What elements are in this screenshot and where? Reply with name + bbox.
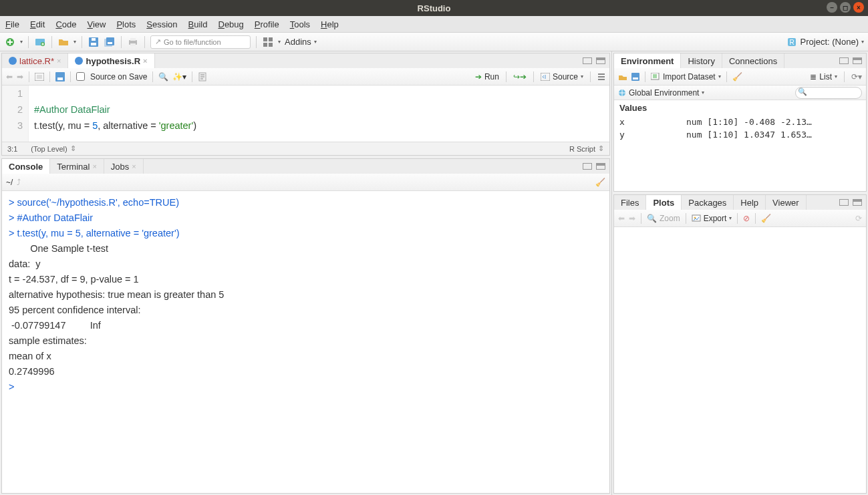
maximize-pane-icon[interactable] xyxy=(596,57,605,64)
import-dataset-dropdown[interactable]: Import Dataset ▾ xyxy=(651,72,721,81)
source-button[interactable]: Source ▾ xyxy=(541,72,583,81)
close-tab-icon[interactable]: × xyxy=(143,57,147,65)
close-tab-icon[interactable]: × xyxy=(92,162,96,170)
show-in-window-icon[interactable] xyxy=(35,73,44,81)
plot-prev-icon[interactable]: ⬅ xyxy=(618,214,625,223)
find-icon[interactable]: 🔍 xyxy=(158,72,168,81)
menu-tools[interactable]: Tools xyxy=(290,19,310,29)
working-dir[interactable]: ~/ xyxy=(6,178,13,187)
minimize-pane-icon[interactable] xyxy=(583,163,592,170)
run-button[interactable]: ➔ Run xyxy=(475,72,499,81)
wd-arrow-icon[interactable]: ⤴ xyxy=(17,178,21,187)
menu-file[interactable]: File xyxy=(5,19,19,29)
maximize-pane-icon[interactable] xyxy=(853,57,862,64)
env-search-input[interactable] xyxy=(795,87,862,99)
tab-jobs[interactable]: Jobs× xyxy=(104,159,144,174)
code-line-2: t.test(y, mu = 5, alternative = 'greater… xyxy=(34,120,196,131)
open-file-icon[interactable] xyxy=(57,36,69,48)
grid-icon[interactable] xyxy=(262,36,274,48)
svg-rect-7 xyxy=(106,37,114,45)
clear-workspace-icon[interactable]: 🧹 xyxy=(732,72,742,81)
svg-rect-5 xyxy=(92,38,96,41)
open-recent-dropdown[interactable]: ▾ xyxy=(74,39,76,45)
titlebar: RStudio – ◻ × xyxy=(0,0,868,16)
maximize-pane-icon[interactable] xyxy=(596,163,605,170)
go-to-file-input[interactable]: ↗ Go to file/function xyxy=(150,35,251,49)
go-to-file-placeholder: Go to file/function xyxy=(164,38,221,46)
code-scope[interactable]: (Top Level) xyxy=(31,145,67,153)
save-icon[interactable] xyxy=(88,36,100,48)
zoom-button[interactable]: 🔍 Zoom xyxy=(647,214,680,223)
env-scope-dropdown[interactable]: Global Environment ▾ xyxy=(618,88,704,98)
list-view-dropdown[interactable]: ≣ List ▾ xyxy=(810,72,837,81)
cursor-position: 3:1 xyxy=(7,145,17,153)
remove-plot-icon[interactable]: ⊘ xyxy=(743,214,750,223)
load-workspace-icon[interactable] xyxy=(618,73,627,81)
project-dropdown[interactable]: Project: (None) ▾ xyxy=(801,37,864,47)
menu-session[interactable]: Session xyxy=(146,19,177,29)
wand-icon[interactable]: ✨▾ xyxy=(172,72,186,81)
tab-history[interactable]: History xyxy=(681,53,722,68)
minimize-button[interactable]: – xyxy=(827,2,837,13)
refresh-icon[interactable]: ⟳▾ xyxy=(851,72,862,81)
source-tab-hypothesis[interactable]: hypothesis.R × xyxy=(68,53,154,68)
tab-help[interactable]: Help xyxy=(734,195,766,210)
save-file-icon[interactable] xyxy=(55,72,65,81)
addins-dropdown[interactable]: Addins ▾ xyxy=(285,37,317,47)
maximize-button[interactable]: ◻ xyxy=(840,2,851,13)
tab-connections[interactable]: Connections xyxy=(722,53,784,68)
svg-rect-8 xyxy=(108,42,112,44)
tab-console[interactable]: Console xyxy=(2,159,50,174)
menu-help[interactable]: Help xyxy=(321,19,339,29)
env-row[interactable]: x num [1:10] -0.408 -2.13… xyxy=(614,116,866,128)
grid-dropdown[interactable]: ▾ xyxy=(278,39,281,45)
source-tab-lattice[interactable]: lattice.R* × xyxy=(2,53,68,68)
close-tab-icon[interactable]: × xyxy=(132,162,136,170)
code-editor[interactable]: 1 2 3 #Author DataFlair t.test(y, mu = 5… xyxy=(2,86,609,142)
forward-icon[interactable]: ➡ xyxy=(17,72,23,81)
console-output[interactable]: > source('~/hypothesis.R', echo=TRUE)> #… xyxy=(2,191,609,493)
tab-terminal[interactable]: Terminal× xyxy=(50,159,104,174)
print-icon[interactable] xyxy=(127,36,139,48)
clear-plots-icon[interactable]: 🧹 xyxy=(761,214,771,223)
menu-view[interactable]: View xyxy=(87,19,106,29)
export-dropdown[interactable]: Export ▾ xyxy=(692,214,732,223)
menu-code[interactable]: Code xyxy=(55,19,76,29)
tab-plots[interactable]: Plots xyxy=(646,195,682,210)
maximize-pane-icon[interactable] xyxy=(853,199,862,206)
plots-tabstrip: Files Plots Packages Help Viewer xyxy=(614,195,866,210)
file-type[interactable]: R Script xyxy=(569,145,595,153)
new-file-dropdown[interactable]: ▾ xyxy=(20,39,23,45)
plot-next-icon[interactable]: ➡ xyxy=(629,214,635,223)
back-icon[interactable]: ⬅ xyxy=(6,72,13,81)
env-row[interactable]: y num [1:10] 1.0347 1.653… xyxy=(614,128,866,141)
menu-profile[interactable]: Profile xyxy=(255,19,279,29)
source-on-save-checkbox[interactable] xyxy=(76,72,85,81)
tab-viewer[interactable]: Viewer xyxy=(766,195,807,210)
save-workspace-icon[interactable] xyxy=(631,73,639,81)
clear-console-icon[interactable]: 🧹 xyxy=(595,178,605,187)
menu-build[interactable]: Build xyxy=(188,19,208,29)
menu-edit[interactable]: Edit xyxy=(30,19,45,29)
env-scope-bar: Global Environment ▾ xyxy=(614,86,866,100)
minimize-pane-icon[interactable] xyxy=(583,57,592,64)
close-tab-icon[interactable]: × xyxy=(57,57,61,65)
new-project-icon[interactable] xyxy=(34,36,46,48)
svg-rect-25 xyxy=(633,77,638,79)
zoom-icon: 🔍 xyxy=(647,214,657,223)
minimize-pane-icon[interactable] xyxy=(839,199,849,206)
tab-files[interactable]: Files xyxy=(614,195,646,210)
minimize-pane-icon[interactable] xyxy=(839,57,849,64)
refresh-plot-icon[interactable]: ⟳ xyxy=(855,214,862,223)
rerun-icon[interactable]: ↪➔ xyxy=(513,72,527,81)
project-icon: R xyxy=(786,36,798,48)
outline-icon[interactable] xyxy=(597,73,605,81)
tab-environment[interactable]: Environment xyxy=(614,53,681,68)
report-icon[interactable] xyxy=(198,72,207,81)
new-file-icon[interactable] xyxy=(4,36,16,48)
menu-debug[interactable]: Debug xyxy=(219,19,244,29)
tab-packages[interactable]: Packages xyxy=(682,195,734,210)
close-button[interactable]: × xyxy=(853,2,864,13)
save-all-icon[interactable] xyxy=(104,36,116,48)
menu-plots[interactable]: Plots xyxy=(116,19,136,29)
